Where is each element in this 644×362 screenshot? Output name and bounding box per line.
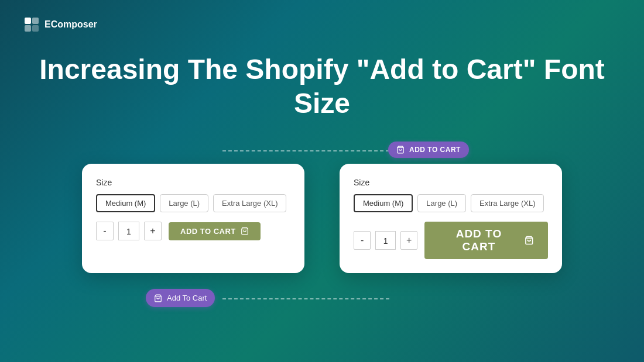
right-add-to-cart-button[interactable]: ADD TO CART [424, 222, 548, 259]
svg-rect-0 [25, 18, 31, 24]
left-size-large[interactable]: Large (L) [160, 194, 208, 212]
callout-bottom-badge: Add To Cart [146, 289, 215, 307]
left-qty-plus[interactable]: + [144, 222, 162, 240]
right-size-label: Size [354, 178, 548, 187]
right-product-card: Size Medium (M) Large (L) Extra Large (X… [340, 164, 562, 273]
logo-text: EComposer [44, 19, 97, 30]
right-size-options: Medium (M) Large (L) Extra Large (XL) [354, 194, 548, 212]
right-size-large[interactable]: Large (L) [417, 194, 466, 212]
left-size-xl[interactable]: Extra Large (XL) [213, 194, 286, 212]
right-qty-minus[interactable]: - [354, 231, 371, 250]
left-add-to-cart-button[interactable]: ADD TO CART [169, 222, 261, 240]
cart-icon-bottom [154, 294, 162, 302]
left-qty-minus[interactable]: - [96, 222, 114, 240]
logo-icon [23, 16, 40, 33]
left-size-label: Size [96, 178, 290, 187]
right-qty-value: 1 [375, 231, 396, 250]
left-add-to-cart-label: ADD TO CART [180, 227, 236, 236]
svg-rect-2 [25, 25, 31, 32]
logo: EComposer [23, 16, 97, 33]
callout-bottom-label: Add To Cart [167, 294, 207, 302]
cart-icon-top [396, 146, 405, 154]
right-add-to-cart-label: ADD TO CART [439, 227, 519, 253]
left-size-medium[interactable]: Medium (M) [96, 194, 155, 212]
cards-container: Size Medium (M) Large (L) Extra Large (X… [47, 164, 597, 273]
right-cart-icon [525, 236, 534, 245]
right-size-medium[interactable]: Medium (M) [354, 194, 413, 212]
svg-rect-1 [32, 18, 39, 24]
right-qty-plus[interactable]: + [400, 231, 417, 250]
main-heading: Increasing The Shopify "Add to Cart" Fon… [0, 53, 644, 120]
right-quantity-row: - 1 + ADD TO CART [354, 222, 548, 259]
left-qty-value: 1 [118, 222, 139, 240]
callout-top-label: ADD TO CART [409, 146, 461, 154]
left-size-options: Medium (M) Large (L) Extra Large (XL) [96, 194, 290, 212]
right-size-xl[interactable]: Extra Large (XL) [471, 194, 544, 212]
dashed-line-top [222, 150, 389, 151]
callout-top-badge: ADD TO CART [388, 142, 469, 158]
left-product-card: Size Medium (M) Large (L) Extra Large (X… [82, 164, 304, 273]
left-quantity-row: - 1 + ADD TO CART [96, 222, 290, 240]
left-cart-icon [241, 227, 249, 235]
dashed-line-bottom [222, 298, 389, 299]
svg-rect-3 [32, 25, 39, 32]
